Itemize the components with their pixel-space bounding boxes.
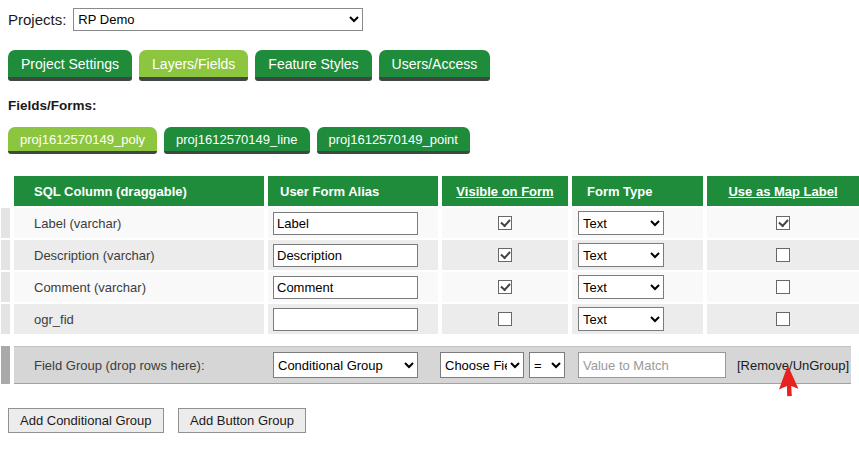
main-tabbar: Project SettingsLayers/FieldsFeature Sty… [8,50,851,81]
row-drag-handle[interactable] [1,304,10,334]
column-header-use-as-map-label[interactable]: Use as Map Label [707,176,859,206]
projects-row: Projects: RP Demo [8,8,851,31]
form-alias-input[interactable] [273,212,418,235]
map-label-cell [707,240,859,270]
fields-forms-label: Fields/Forms: [8,98,851,113]
tab-project-settings[interactable]: Project Settings [8,50,132,81]
column-header-form-type: Form Type [572,176,703,206]
form-type-select[interactable]: Text [578,307,664,331]
choose-field-select[interactable]: Choose Field [440,352,524,378]
column-header-sql-column-draggable: SQL Column (draggable) [14,176,264,206]
column-header-label: User Form Alias [280,184,379,199]
group-row-body: Field Group (drop rows here): Conditiona… [14,346,851,384]
footer-buttons: Add Conditional Group Add Button Group [8,408,851,433]
form-type-cell: Text [572,304,703,334]
visible-on-form-checkbox[interactable] [498,280,512,294]
form-type-cell: Text [572,272,703,302]
add-button-group-button[interactable]: Add Button Group [178,408,306,433]
form-type-select[interactable]: Text [578,211,664,235]
use-as-map-label-checkbox[interactable] [776,280,790,294]
alias-cell [268,208,438,238]
operator-select[interactable]: = [529,352,565,378]
field-group-label: Field Group (drop rows here): [14,358,273,373]
use-as-map-label-checkbox[interactable] [776,312,790,326]
layers-fields-page: Projects: RP Demo Project SettingsLayers… [0,0,859,453]
group-drag-handle[interactable] [1,346,10,384]
map-label-cell [707,304,859,334]
sql-column-cell: Comment (varchar) [14,272,264,302]
visible-cell [442,208,568,238]
form-type-cell: Text [572,240,703,270]
form-alias-input[interactable] [273,276,418,299]
sql-column-cell: Label (varchar) [14,208,264,238]
row-drag-handle[interactable] [1,272,10,302]
projects-label: Projects: [8,11,66,28]
column-header-label[interactable]: Visible on Form [456,184,553,199]
use-as-map-label-checkbox[interactable] [776,216,790,230]
visible-cell [442,272,568,302]
visible-cell [442,304,568,334]
column-header-label: Form Type [587,184,653,199]
field-group-row: Field Group (drop rows here): Conditiona… [1,346,851,384]
group-type-select[interactable]: Conditional Group [273,352,418,378]
tab-feature-styles[interactable]: Feature Styles [255,50,371,81]
projects-select[interactable]: RP Demo [73,8,363,31]
visible-cell [442,240,568,270]
tab-layers-fields[interactable]: Layers/Fields [139,50,248,81]
form-type-select[interactable]: Text [578,275,664,299]
layer-tab-proj1612570149-point[interactable]: proj1612570149_point [317,127,470,154]
form-type-cell: Text [572,208,703,238]
visible-on-form-checkbox[interactable] [498,248,512,262]
layer-tabbar: proj1612570149_polyproj1612570149_linepr… [8,127,851,154]
alias-cell [268,272,438,302]
tab-users-access[interactable]: Users/Access [379,50,491,81]
visible-on-form-checkbox[interactable] [498,216,512,230]
use-as-map-label-checkbox[interactable] [776,248,790,262]
map-label-cell [707,272,859,302]
alias-cell [268,304,438,334]
fields-table: SQL Column (draggable)User Form AliasVis… [1,176,851,334]
map-label-cell [707,208,859,238]
table-corner-spacer [1,176,10,206]
form-type-select[interactable]: Text [578,243,664,267]
sql-column-cell: Description (varchar) [14,240,264,270]
add-conditional-group-button[interactable]: Add Conditional Group [8,408,164,433]
value-to-match-input[interactable] [578,352,726,378]
form-alias-input[interactable] [273,244,418,267]
visible-on-form-checkbox[interactable] [498,312,512,326]
row-drag-handle[interactable] [1,240,10,270]
column-header-user-form-alias: User Form Alias [268,176,438,206]
form-alias-input[interactable] [273,308,418,331]
column-header-label: SQL Column (draggable) [34,184,187,199]
column-header-visible-on-form[interactable]: Visible on Form [442,176,568,206]
row-drag-handle[interactable] [1,208,10,238]
sql-column-cell: ogr_fid [14,304,264,334]
alias-cell [268,240,438,270]
layer-tab-proj1612570149-line[interactable]: proj1612570149_line [164,127,309,154]
column-header-label[interactable]: Use as Map Label [728,184,837,199]
layer-tab-proj1612570149-poly[interactable]: proj1612570149_poly [8,127,157,154]
